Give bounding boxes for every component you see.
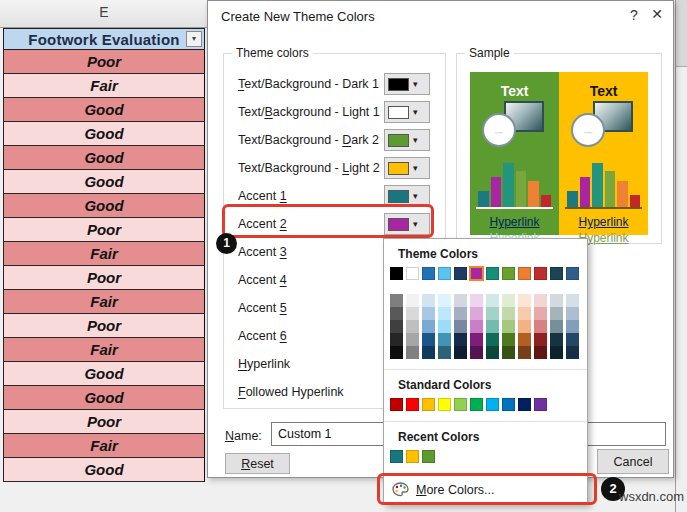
theme-color-swatch[interactable] bbox=[438, 267, 451, 280]
cancel-button[interactable]: Cancel bbox=[597, 449, 669, 474]
table-row[interactable]: Poor bbox=[3, 218, 205, 242]
variant-color-swatch[interactable] bbox=[454, 333, 467, 346]
table-row[interactable]: Fair bbox=[3, 290, 205, 314]
standard-color-swatch[interactable] bbox=[486, 398, 499, 411]
variant-color-swatch[interactable] bbox=[454, 307, 467, 320]
variant-color-swatch[interactable] bbox=[470, 307, 483, 320]
variant-color-swatch[interactable] bbox=[422, 294, 435, 307]
variant-color-swatch[interactable] bbox=[566, 333, 579, 346]
theme-color-swatch[interactable] bbox=[390, 267, 403, 280]
color-dropdown-button[interactable]: ▾ bbox=[384, 101, 430, 123]
table-row[interactable]: Good bbox=[3, 194, 205, 218]
color-dropdown-button[interactable]: ▾ bbox=[384, 129, 430, 151]
table-header-cell[interactable]: Footwork Evaluation ▾ bbox=[3, 28, 205, 50]
variant-color-swatch[interactable] bbox=[390, 320, 403, 333]
variant-color-swatch[interactable] bbox=[518, 307, 531, 320]
variant-color-swatch[interactable] bbox=[390, 346, 403, 359]
theme-color-swatch[interactable] bbox=[422, 267, 435, 280]
variant-color-swatch[interactable] bbox=[534, 333, 547, 346]
table-row[interactable]: Good bbox=[3, 386, 205, 410]
variant-color-swatch[interactable] bbox=[550, 320, 563, 333]
variant-color-swatch[interactable] bbox=[566, 307, 579, 320]
variant-color-swatch[interactable] bbox=[518, 294, 531, 307]
variant-color-swatch[interactable] bbox=[502, 333, 515, 346]
table-row[interactable]: Fair bbox=[3, 74, 205, 98]
table-row[interactable]: Poor bbox=[3, 266, 205, 290]
variant-color-swatch[interactable] bbox=[470, 320, 483, 333]
table-row[interactable]: Poor bbox=[3, 50, 205, 74]
color-dropdown-button[interactable]: ▾ bbox=[384, 157, 430, 179]
variant-color-swatch[interactable] bbox=[550, 307, 563, 320]
variant-color-swatch[interactable] bbox=[566, 320, 579, 333]
variant-color-swatch[interactable] bbox=[438, 320, 451, 333]
variant-color-swatch[interactable] bbox=[406, 294, 419, 307]
table-row[interactable]: Poor bbox=[3, 410, 205, 434]
variant-color-swatch[interactable] bbox=[566, 346, 579, 359]
variant-color-swatch[interactable] bbox=[470, 346, 483, 359]
standard-color-swatch[interactable] bbox=[518, 398, 531, 411]
variant-color-swatch[interactable] bbox=[470, 333, 483, 346]
variant-color-swatch[interactable] bbox=[486, 307, 499, 320]
theme-color-swatch[interactable] bbox=[406, 267, 419, 280]
variant-color-swatch[interactable] bbox=[454, 320, 467, 333]
variant-color-swatch[interactable] bbox=[438, 307, 451, 320]
variant-color-swatch[interactable] bbox=[502, 346, 515, 359]
variant-color-swatch[interactable] bbox=[438, 346, 451, 359]
variant-color-swatch[interactable] bbox=[550, 294, 563, 307]
recent-color-swatch[interactable] bbox=[390, 450, 403, 463]
variant-color-swatch[interactable] bbox=[518, 320, 531, 333]
table-row[interactable]: Fair bbox=[3, 338, 205, 362]
table-row[interactable]: Fair bbox=[3, 434, 205, 458]
color-dropdown-button[interactable]: ▾ bbox=[384, 73, 430, 95]
table-row[interactable]: Poor bbox=[3, 314, 205, 338]
variant-color-swatch[interactable] bbox=[470, 294, 483, 307]
variant-color-swatch[interactable] bbox=[566, 294, 579, 307]
theme-color-swatch[interactable] bbox=[550, 267, 563, 280]
theme-color-swatch[interactable] bbox=[566, 267, 579, 280]
variant-color-swatch[interactable] bbox=[518, 333, 531, 346]
theme-color-swatch[interactable] bbox=[534, 267, 547, 280]
variant-color-swatch[interactable] bbox=[438, 294, 451, 307]
recent-color-swatch[interactable] bbox=[406, 450, 419, 463]
standard-color-swatch[interactable] bbox=[422, 398, 435, 411]
variant-color-swatch[interactable] bbox=[502, 294, 515, 307]
standard-color-swatch[interactable] bbox=[406, 398, 419, 411]
standard-color-swatch[interactable] bbox=[470, 398, 483, 411]
standard-color-swatch[interactable] bbox=[454, 398, 467, 411]
table-row[interactable]: Good bbox=[3, 458, 205, 482]
standard-color-swatch[interactable] bbox=[502, 398, 515, 411]
variant-color-swatch[interactable] bbox=[390, 294, 403, 307]
variant-color-swatch[interactable] bbox=[486, 333, 499, 346]
theme-color-swatch[interactable] bbox=[454, 267, 467, 280]
table-row[interactable]: Fair bbox=[3, 242, 205, 266]
table-row[interactable]: Good bbox=[3, 146, 205, 170]
variant-color-swatch[interactable] bbox=[502, 320, 515, 333]
column-letter[interactable]: E bbox=[3, 4, 205, 20]
variant-color-swatch[interactable] bbox=[438, 333, 451, 346]
theme-color-swatch[interactable] bbox=[502, 267, 515, 280]
variant-color-swatch[interactable] bbox=[454, 346, 467, 359]
table-row[interactable]: Good bbox=[3, 122, 205, 146]
variant-color-swatch[interactable] bbox=[454, 294, 467, 307]
standard-color-swatch[interactable] bbox=[390, 398, 403, 411]
theme-color-swatch[interactable] bbox=[486, 267, 499, 280]
variant-color-swatch[interactable] bbox=[486, 320, 499, 333]
variant-color-swatch[interactable] bbox=[486, 294, 499, 307]
variant-color-swatch[interactable] bbox=[550, 346, 563, 359]
variant-color-swatch[interactable] bbox=[534, 294, 547, 307]
variant-color-swatch[interactable] bbox=[406, 346, 419, 359]
variant-color-swatch[interactable] bbox=[390, 333, 403, 346]
reset-button[interactable]: Reset bbox=[225, 453, 290, 474]
standard-color-swatch[interactable] bbox=[534, 398, 547, 411]
variant-color-swatch[interactable] bbox=[534, 346, 547, 359]
variant-color-swatch[interactable] bbox=[534, 307, 547, 320]
variant-color-swatch[interactable] bbox=[390, 307, 403, 320]
variant-color-swatch[interactable] bbox=[422, 333, 435, 346]
theme-color-swatch[interactable] bbox=[470, 267, 483, 280]
variant-color-swatch[interactable] bbox=[422, 346, 435, 359]
variant-color-swatch[interactable] bbox=[550, 333, 563, 346]
table-row[interactable]: Good bbox=[3, 170, 205, 194]
variant-color-swatch[interactable] bbox=[422, 307, 435, 320]
variant-color-swatch[interactable] bbox=[422, 320, 435, 333]
variant-color-swatch[interactable] bbox=[486, 346, 499, 359]
